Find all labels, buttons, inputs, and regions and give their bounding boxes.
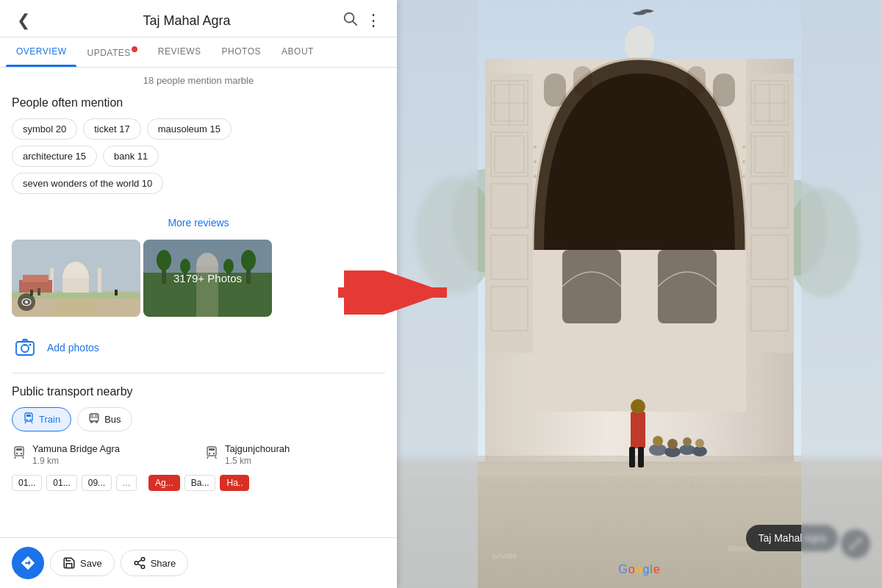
photo-thumb-2[interactable]: 3179+ Photos [143, 240, 272, 317]
tag-architecture[interactable]: architecture 15 [12, 146, 97, 167]
svg-line-67 [137, 560, 141, 562]
svg-point-54 [21, 453, 22, 454]
svg-rect-8 [98, 270, 101, 293]
svg-rect-57 [207, 447, 216, 456]
people-often-mention-title: People often mention [12, 96, 385, 110]
tag-bank[interactable]: bank 11 [103, 146, 159, 167]
svg-rect-126 [631, 412, 645, 448]
tab-overview[interactable]: OVERVIEW [6, 37, 76, 67]
svg-rect-51 [15, 447, 24, 456]
tab-photos[interactable]: PHOTOS [212, 37, 271, 67]
svg-point-109 [742, 175, 745, 178]
tags-row-2: architecture 15 bank 11 [12, 146, 385, 167]
tab-about[interactable]: ABOUT [271, 37, 324, 67]
transport-tab-train[interactable]: Train [12, 407, 71, 431]
tag-symbol[interactable]: symbol 20 [12, 118, 77, 140]
svg-point-41 [26, 419, 28, 420]
add-photos-label: Add photos [47, 342, 99, 354]
bg-blur-left [397, 0, 478, 588]
svg-rect-128 [629, 447, 635, 467]
place-title: Taj Mahal Agra [35, 13, 338, 29]
svg-point-107 [742, 146, 745, 148]
save-button[interactable]: Save [50, 550, 115, 576]
right-panel: private Watermark Google Taj Mahal Agra [397, 0, 882, 588]
tag-seven-wonders[interactable]: seven wonders of the world 10 [12, 173, 163, 194]
svg-point-75 [625, 26, 654, 62]
mention-marble-text: 18 people mention marble [0, 68, 397, 90]
schedule-01a[interactable]: 01... [12, 475, 42, 491]
transport-train-label: Train [39, 414, 60, 425]
more-menu-icon[interactable]: ⋮ [362, 11, 385, 30]
header: ❮ Taj Mahal Agra ⋮ [0, 0, 397, 37]
schedule-more[interactable]: ... [116, 475, 137, 491]
svg-line-61 [207, 456, 208, 459]
photo-count-overlay: 3179+ Photos [143, 240, 272, 317]
svg-point-59 [209, 453, 210, 454]
svg-point-65 [141, 565, 145, 569]
add-photos-icon [12, 334, 38, 361]
transport-type-tabs: Train Bus [12, 407, 385, 431]
transport-tab-bus[interactable]: Bus [77, 407, 132, 431]
more-reviews-link[interactable]: More reviews [168, 217, 229, 229]
share-button[interactable]: Share [121, 550, 189, 576]
svg-line-66 [137, 564, 141, 566]
tags-row-3: seven wonders of the world 10 [12, 173, 385, 194]
svg-point-60 [213, 453, 215, 454]
svg-rect-103 [713, 74, 735, 107]
bus-icon [88, 412, 100, 426]
updates-badge [132, 46, 137, 52]
schedules-row: 01... 01... 09... ... Ag... Ba... Ha.. [12, 475, 385, 491]
tags-row-1: symbol 20 ticket 17 mausoleum 15 [12, 118, 385, 140]
schedule-09[interactable]: 09... [82, 475, 112, 491]
search-icon[interactable] [338, 10, 362, 31]
schedule-ha[interactable]: Ha.. [220, 475, 249, 491]
svg-rect-47 [90, 415, 93, 417]
svg-point-50 [96, 421, 97, 423]
station-tajgunj-dist: 1.5 km [225, 456, 290, 466]
svg-point-105 [534, 160, 537, 163]
svg-line-1 [353, 21, 356, 25]
tag-mausoleum[interactable]: mausoleum 15 [147, 118, 232, 140]
more-reviews-section: More reviews [0, 209, 397, 240]
svg-line-62 [215, 456, 216, 459]
tag-ticket[interactable]: ticket 17 [83, 118, 140, 140]
schedule-ag[interactable]: Ag... [148, 475, 180, 491]
stations-row: Yamuna Bridge Agra 1.9 km [12, 443, 385, 466]
svg-point-7 [50, 268, 54, 273]
directions-button[interactable] [12, 547, 44, 579]
svg-rect-102 [687, 66, 706, 96]
directions-icon [20, 555, 36, 571]
svg-point-131 [653, 436, 663, 446]
svg-rect-58 [209, 448, 215, 451]
google-watermark: Google [618, 563, 661, 576]
tab-reviews[interactable]: REVIEWS [148, 37, 212, 67]
transport-bus-label: Bus [104, 414, 121, 425]
schedule-ba[interactable]: Ba... [184, 475, 216, 491]
svg-line-43 [25, 422, 26, 423]
station-tajgunj: Tajgunjchourah 1.5 km [204, 443, 385, 466]
svg-rect-100 [544, 74, 566, 107]
svg-point-106 [534, 175, 537, 178]
svg-rect-101 [573, 66, 592, 96]
tab-updates[interactable]: UPDATES [76, 37, 147, 67]
svg-point-42 [30, 419, 32, 420]
transport-title: Public transport nearby [12, 385, 385, 398]
svg-rect-13 [56, 298, 96, 317]
schedule-01b[interactable]: 01... [46, 475, 76, 491]
schedule-tajgunj: Ag... Ba... Ha.. [148, 475, 249, 491]
back-button[interactable]: ❮ [12, 11, 35, 30]
left-panel: ❮ Taj Mahal Agra ⋮ OVERVIEW UPDATES REVI… [0, 0, 397, 588]
people-often-mention-section: People often mention symbol 20 ticket 17… [0, 90, 397, 209]
svg-rect-16 [115, 290, 118, 295]
photo-count-text: 3179+ Photos [173, 272, 242, 284]
content-area: 18 people mention marble People often me… [0, 68, 397, 537]
station-tajgunj-name: Tajgunjchourah [225, 443, 290, 454]
station-train-icon-2 [204, 445, 219, 464]
save-label: Save [80, 558, 102, 569]
svg-rect-39 [25, 413, 32, 421]
add-photos-button[interactable]: Add photos [0, 329, 397, 373]
svg-rect-48 [95, 415, 98, 417]
svg-rect-99 [658, 250, 717, 323]
photo-thumb-1[interactable] [12, 240, 140, 317]
svg-point-137 [695, 439, 704, 448]
